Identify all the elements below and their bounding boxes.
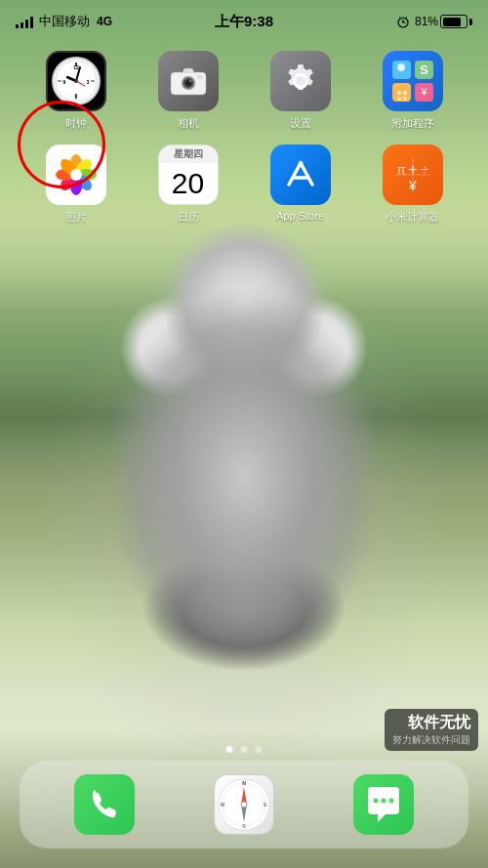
settings-icon <box>270 51 331 111</box>
messages-icon-box <box>353 774 414 835</box>
dock: N S E W <box>20 761 468 848</box>
svg-text:3: 3 <box>86 79 89 85</box>
page-dot-3 <box>256 746 263 753</box>
signal-bar-3 <box>25 20 28 28</box>
alarm-icon <box>396 15 410 28</box>
status-right: 81% <box>396 15 472 28</box>
watermark: 软件无忧 努力解决软件问题 <box>385 709 478 751</box>
svg-text:12: 12 <box>73 64 79 70</box>
calendar-date: 20 <box>159 163 218 204</box>
watermark-title: 软件无忧 <box>392 713 470 733</box>
svg-rect-24 <box>197 75 203 79</box>
page-dot-1 <box>226 746 233 753</box>
settings-label: 设置 <box>290 116 311 131</box>
svg-point-32 <box>397 91 401 95</box>
page-dot-2 <box>241 746 248 753</box>
app-extras[interactable]: S ¥ 附加程序 <box>371 51 454 131</box>
signal-bar-2 <box>20 22 23 28</box>
battery-tip <box>469 19 472 25</box>
safari-svg: N S E W <box>217 777 271 832</box>
app-calculator[interactable]: + π ¥ ÷ 小米计算器 <box>371 145 454 225</box>
camera-icon <box>158 51 219 111</box>
app-grid: 12 3 6 9 时钟 <box>0 43 488 236</box>
status-left: 中国移动 4G <box>16 13 112 30</box>
signal-bar-1 <box>16 24 19 28</box>
appstore-icon-box <box>270 145 331 205</box>
svg-point-34 <box>397 97 401 101</box>
messages-svg <box>362 783 405 826</box>
svg-text:¥: ¥ <box>420 86 427 98</box>
svg-point-66 <box>381 799 386 804</box>
extras-svg: S ¥ <box>388 57 437 105</box>
status-bar: 中国移动 4G 上午9:38 81% <box>0 0 488 43</box>
battery-body <box>440 15 468 28</box>
page-dots <box>226 746 263 753</box>
gear-svg <box>279 60 322 103</box>
clock-icon: 12 3 6 9 <box>46 51 106 111</box>
battery-indicator: 81% <box>415 15 472 28</box>
signal-bar-4 <box>30 17 33 28</box>
phone-icon <box>74 774 135 835</box>
svg-point-33 <box>403 91 407 95</box>
svg-text:6: 6 <box>74 93 77 99</box>
camera-svg <box>170 65 207 97</box>
clock-face: 12 3 6 9 <box>52 57 101 105</box>
phone-svg <box>85 785 124 824</box>
app-row-2: 照片 星期四 20 日历 <box>20 145 468 225</box>
extras-label: 附加程序 <box>391 116 434 131</box>
app-settings[interactable]: 设置 <box>259 51 342 131</box>
calendar-date-number: 20 <box>172 167 204 200</box>
battery-percent: 81% <box>415 15 438 28</box>
app-photos[interactable]: 照片 <box>34 145 117 225</box>
svg-text:π: π <box>396 162 406 178</box>
time-display: 上午9:38 <box>215 13 273 31</box>
calc-label: 小米计算器 <box>386 210 439 225</box>
carrier-label: 中国移动 <box>39 13 90 30</box>
app-appstore[interactable]: App Store <box>259 145 342 225</box>
svg-rect-27 <box>392 83 411 102</box>
app-row-1: 12 3 6 9 时钟 <box>20 51 468 131</box>
signal-bars <box>16 15 33 28</box>
clock-svg: 12 3 6 9 <box>54 59 99 103</box>
calendar-content: 星期四 20 <box>159 145 218 204</box>
svg-point-45 <box>70 169 82 181</box>
dock-messages[interactable] <box>353 774 414 835</box>
svg-point-23 <box>189 80 191 82</box>
watermark-subtitle: 努力解决软件问题 <box>392 733 470 747</box>
app-clock[interactable]: 12 3 6 9 时钟 <box>34 51 117 131</box>
camera-label: 相机 <box>178 116 199 131</box>
calendar-dayofweek: 星期四 <box>174 148 203 159</box>
svg-text:N: N <box>242 780 246 786</box>
network-label: 4G <box>97 15 112 28</box>
clock-label: 时钟 <box>65 116 87 131</box>
photos-icon <box>46 145 106 205</box>
extras-icon: S ¥ <box>383 51 443 111</box>
svg-text:S: S <box>420 62 428 77</box>
calendar-label: 日历 <box>178 210 199 225</box>
calc-icon-box: + π ¥ ÷ <box>383 145 443 205</box>
svg-point-17 <box>74 79 78 83</box>
battery-fill <box>443 18 462 26</box>
svg-text:÷: ÷ <box>421 162 428 178</box>
svg-point-65 <box>373 799 378 804</box>
appstore-label: App Store <box>276 210 324 222</box>
calc-svg: + π ¥ ÷ <box>391 153 434 196</box>
app-camera[interactable]: 相机 <box>146 51 229 131</box>
calendar-icon-box: 星期四 20 <box>158 145 219 205</box>
dock-phone[interactable] <box>74 774 135 835</box>
photos-label: 照片 <box>65 210 87 225</box>
app-calendar[interactable]: 星期四 20 日历 <box>146 145 229 225</box>
svg-text:9: 9 <box>62 79 65 85</box>
svg-point-64 <box>241 802 247 807</box>
calendar-header: 星期四 <box>159 145 218 163</box>
svg-point-49 <box>298 161 303 166</box>
photos-svg <box>52 150 101 199</box>
safari-icon-box: N S E W <box>214 774 274 835</box>
dock-safari[interactable]: N S E W <box>214 774 274 835</box>
appstore-svg <box>281 155 320 194</box>
svg-text:W: W <box>221 802 225 807</box>
svg-point-35 <box>403 97 407 101</box>
svg-point-67 <box>388 799 393 804</box>
